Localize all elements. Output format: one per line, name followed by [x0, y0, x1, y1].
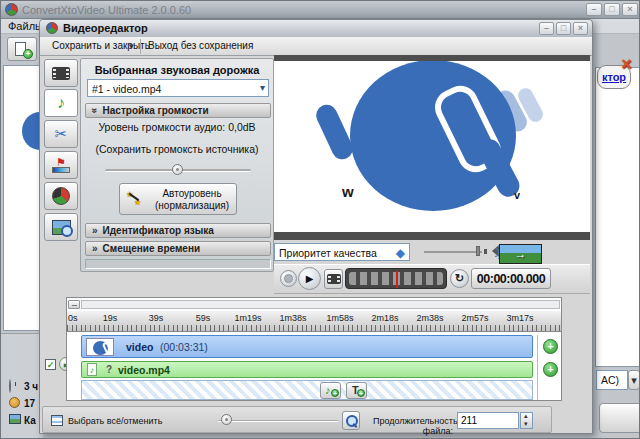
- maximize-icon[interactable]: □: [604, 3, 620, 16]
- panel-footer: [85, 259, 271, 269]
- file-duration-label: 3 ч: [24, 381, 38, 392]
- save-dropdown-icon[interactable]: ▾: [129, 41, 134, 51]
- timeline-scrollbar[interactable]: [81, 300, 560, 309]
- music-note-icon: ♪: [87, 363, 97, 376]
- panel-header: Выбранная звуковая дорожка: [81, 64, 273, 76]
- spinner-down-icon[interactable]: ▾: [524, 420, 528, 428]
- volume-level-text: Уровень громкости аудио: 0,0dB: [81, 121, 273, 133]
- frame-step-button[interactable]: [324, 269, 343, 289]
- tab-chapters[interactable]: ⚑: [44, 151, 78, 179]
- dialog-minimize-icon[interactable]: –: [539, 22, 554, 35]
- track-divider: [537, 335, 538, 400]
- ruler-tick: 19s: [90, 313, 130, 323]
- section-language[interactable]: » Идентификатор языка: [85, 223, 271, 238]
- exit-no-save-button[interactable]: Выход без сохранения: [148, 40, 253, 51]
- video-track-duration: (00:03:31): [160, 341, 208, 353]
- record-icon: [284, 274, 293, 283]
- file-list-panel[interactable]: [3, 65, 43, 331]
- app-window: ConvertXtoVideo Ultimate 2.0.0.60 – □ × …: [0, 0, 640, 439]
- audio-format-value: AC): [601, 374, 619, 386]
- ruler-tick: 2m57s: [455, 313, 495, 323]
- ruler-tick: 3m17s: [500, 313, 540, 323]
- menu-files[interactable]: Файлы: [8, 20, 43, 32]
- volume-hint-text: (Сохранить громоксть источника): [81, 143, 273, 155]
- select-list-icon: [51, 415, 63, 426]
- track-checkbox[interactable]: ✓: [45, 359, 56, 370]
- player-volume-track[interactable]: [424, 251, 482, 253]
- video-track[interactable]: video (00:03:31): [81, 335, 533, 358]
- record-button[interactable]: [280, 270, 297, 287]
- audio-track-name: video.mp4: [118, 364, 170, 376]
- audio-track[interactable]: ♪ ? video.mp4: [81, 361, 533, 378]
- bottom-right-button[interactable]: [599, 403, 640, 433]
- quality-select[interactable]: Приоритет качества ◆: [274, 243, 410, 261]
- time-display: 00:00:00.000: [471, 268, 551, 289]
- loop-button[interactable]: ↻: [450, 269, 469, 288]
- ruler-tick: 59s: [183, 313, 223, 323]
- spinner-up-icon[interactable]: ▴: [524, 412, 528, 420]
- logo-letter-v: v: [514, 189, 520, 201]
- flag-icon: ⚑: [56, 157, 66, 167]
- section-offset[interactable]: » Смещение времени: [85, 241, 271, 256]
- plus-icon: +: [357, 389, 365, 397]
- chevron-down-icon: ▾: [260, 82, 265, 93]
- seek-bar[interactable]: [345, 268, 447, 289]
- ruler-tick: 2m38s: [410, 313, 450, 323]
- dash-icon: [72, 305, 77, 306]
- play-button[interactable]: ▶: [298, 267, 321, 290]
- add-text-track-button[interactable]: T +: [346, 382, 367, 399]
- dialog-bottom-bar: Выбрать всё/отменить Продолжительность ф…: [42, 406, 552, 433]
- dialog-icon: [46, 22, 58, 34]
- empty-track-area[interactable]: ♪ + T +: [81, 380, 533, 400]
- remove-icon[interactable]: ×: [621, 54, 632, 75]
- add-audio-button[interactable]: +: [543, 362, 558, 377]
- magnifier-icon: [61, 225, 73, 237]
- timeline-scroll-button[interactable]: [68, 300, 80, 309]
- zoom-slider-thumb[interactable]: [221, 414, 232, 425]
- section-language-label: Идентификатор языка: [103, 225, 214, 236]
- duration-spinner[interactable]: ▴ ▾: [520, 412, 533, 429]
- loop-icon: ↻: [455, 272, 464, 285]
- close-icon[interactable]: ×: [622, 3, 638, 16]
- chevron-collapsed-icon: »: [92, 243, 98, 254]
- video-preview: w v: [274, 55, 590, 240]
- color-wheel-icon: [52, 187, 70, 205]
- duration-input[interactable]: [457, 412, 519, 429]
- video-thumbnail: [86, 338, 114, 356]
- section-offset-label: Смещение времени: [103, 243, 201, 254]
- autolevel-label-2: (нормализация): [150, 200, 234, 211]
- dialog-close-icon[interactable]: ×: [573, 22, 588, 35]
- tab-preview[interactable]: [44, 213, 78, 241]
- add-video-button[interactable]: +: [543, 339, 558, 354]
- track-select[interactable]: #1 - video.mp4 ▾: [87, 79, 269, 97]
- tab-video-settings[interactable]: [44, 59, 78, 87]
- add-file-button[interactable]: +: [7, 37, 37, 61]
- select-all-button[interactable]: Выбрать всё/отменить: [68, 416, 162, 426]
- quality-icon: [9, 414, 21, 424]
- save-close-button[interactable]: Сохранить и закрыть: [52, 40, 150, 51]
- time-value: 00:00:00.000: [477, 272, 545, 286]
- section-volume[interactable]: » Настройка громкости: [85, 103, 271, 118]
- audio-settings-panel: Выбранная звуковая дорожка #1 - video.mp…: [80, 58, 274, 272]
- zoom-button[interactable]: [342, 411, 360, 430]
- playhead[interactable]: [396, 271, 398, 288]
- volume-slider-thumb[interactable]: [172, 164, 183, 175]
- ruler-tick: 2m18s: [365, 313, 405, 323]
- zoom-slider-track[interactable]: [218, 420, 338, 422]
- add-audio-track-button[interactable]: ♪ +: [320, 382, 341, 399]
- export-frame-button[interactable]: →: [499, 244, 542, 264]
- tab-color[interactable]: [44, 182, 78, 210]
- film-icon: [52, 67, 70, 80]
- timeline-ruler[interactable]: 0s 19s 39s 59s 1m19s 1m38s 1m58s 2m18s 2…: [67, 311, 561, 332]
- dialog-maximize-icon[interactable]: □: [556, 22, 571, 35]
- autolevel-button[interactable]: ★ ★ Автоуровень (нормализация): [119, 183, 237, 215]
- audio-format-select[interactable]: AC): [596, 370, 628, 390]
- tab-cut[interactable]: ✂: [44, 120, 78, 148]
- minimize-icon[interactable]: –: [586, 3, 602, 16]
- app-icon: [5, 3, 18, 16]
- chevron-down-icon[interactable]: ▾: [628, 370, 640, 390]
- tab-audio-settings[interactable]: ♪: [44, 89, 78, 117]
- music-note-icon: ♪: [57, 94, 65, 112]
- player-volume-thumb[interactable]: [476, 246, 480, 256]
- ruler-icon: [52, 167, 70, 173]
